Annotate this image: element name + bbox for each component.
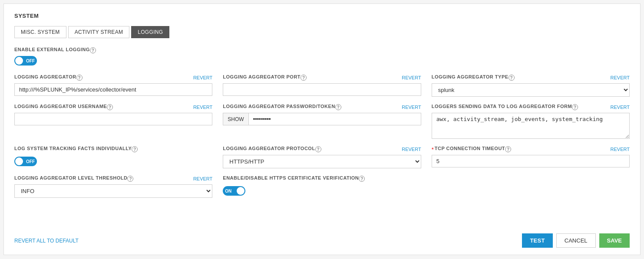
- https-cert-label: ENABLE/DISABLE HTTPS CERTIFICATE VERIFIC…: [223, 175, 359, 180]
- logging-type-header: LOGGING AGGREGATOR TYPE ? REVERT: [432, 74, 630, 81]
- logging-port-label: LOGGING AGGREGATOR PORT: [223, 74, 301, 79]
- tcp-timeout-revert[interactable]: REVERT: [611, 147, 630, 152]
- log-tracking-toggle-knob: [15, 157, 23, 165]
- logging-aggregator-header: LOGGING AGGREGATOR ? REVERT: [14, 74, 212, 81]
- enable-logging-toggle[interactable]: OFF: [14, 56, 37, 66]
- toggle-knob: [15, 57, 23, 65]
- tabs-bar: MISC. SYSTEM ACTIVITY STREAM LOGGING: [14, 26, 630, 38]
- logging-protocol-revert[interactable]: REVERT: [402, 147, 421, 152]
- logging-username-help-icon[interactable]: ?: [107, 104, 113, 110]
- empty-col: [432, 175, 630, 198]
- logging-port-revert[interactable]: REVERT: [402, 75, 421, 80]
- log-tracking-toggle-wrapper: OFF: [14, 157, 212, 166]
- tab-misc[interactable]: MISC. SYSTEM: [14, 26, 66, 38]
- logging-aggregator-revert[interactable]: REVERT: [193, 75, 212, 80]
- tcp-timeout-header: * TCP CONNECTION TIMEOUT ? REVERT: [432, 146, 630, 153]
- logging-username-header: LOGGING AGGREGATOR USERNAME ? REVERT: [14, 104, 212, 111]
- logging-username-input[interactable]: [14, 113, 212, 125]
- logging-type-label: LOGGING AGGREGATOR TYPE: [432, 74, 509, 79]
- tab-activity[interactable]: ACTIVITY STREAM: [68, 26, 130, 38]
- https-cert-help-icon[interactable]: ?: [359, 176, 365, 182]
- enable-logging-help-icon[interactable]: ?: [90, 47, 96, 53]
- logging-type-select-wrapper: splunk logstash loggly sumologic other: [432, 83, 630, 97]
- enable-logging-header: ENABLE EXTERNAL LOGGING ?: [14, 47, 630, 54]
- form-row-1: LOGGING AGGREGATOR ? REVERT LOGGING AGGR…: [14, 74, 630, 97]
- logging-port-header: LOGGING AGGREGATOR PORT ? REVERT: [223, 74, 421, 81]
- tcp-timeout-help-icon[interactable]: ?: [505, 146, 511, 152]
- logging-level-label: LOGGING AGGREGATOR LEVEL THRESHOLD: [14, 175, 127, 180]
- form-row-2: LOGGING AGGREGATOR USERNAME ? REVERT LOG…: [14, 104, 630, 139]
- test-button[interactable]: TEST: [522, 233, 552, 248]
- logging-aggregator-help-icon[interactable]: ?: [76, 75, 83, 81]
- tcp-timeout-input[interactable]: [432, 155, 630, 167]
- loggers-sending-help-icon[interactable]: ?: [572, 104, 578, 110]
- loggers-sending-label: LOGGERS SENDING DATA TO LOG AGGREGATOR F…: [432, 104, 572, 109]
- https-cert-field: ENABLE/DISABLE HTTPS CERTIFICATE VERIFIC…: [223, 175, 421, 198]
- logging-protocol-label: LOGGING AGGREGATOR PROTOCOL: [223, 146, 315, 151]
- footer-buttons: TEST CANCEL SAVE: [522, 233, 630, 248]
- logging-aggregator-label: LOGGING AGGREGATOR: [14, 74, 76, 79]
- https-cert-header: ENABLE/DISABLE HTTPS CERTIFICATE VERIFIC…: [223, 175, 421, 182]
- logging-username-label: LOGGING AGGREGATOR USERNAME: [14, 104, 107, 109]
- logging-type-help-icon[interactable]: ?: [509, 75, 515, 81]
- enable-logging-toggle-wrapper: OFF: [14, 56, 630, 66]
- logging-password-label: LOGGING AGGREGATOR PASSWORD/TOKEN: [223, 104, 335, 109]
- enable-logging-label: ENABLE EXTERNAL LOGGING: [14, 47, 90, 52]
- logging-password-help-icon[interactable]: ?: [335, 104, 341, 110]
- https-cert-toggle-label: ON: [225, 189, 231, 193]
- tcp-timeout-label: TCP CONNECTION TIMEOUT: [435, 146, 505, 151]
- tab-logging[interactable]: LOGGING: [131, 26, 169, 38]
- logging-username-revert[interactable]: REVERT: [193, 105, 212, 110]
- form-row-4: LOGGING AGGREGATOR LEVEL THRESHOLD ? REV…: [14, 175, 630, 198]
- logging-password-header: LOGGING AGGREGATOR PASSWORD/TOKEN ? REVE…: [223, 104, 421, 111]
- logging-protocol-header: LOGGING AGGREGATOR PROTOCOL ? REVERT: [223, 146, 421, 153]
- logging-level-field: LOGGING AGGREGATOR LEVEL THRESHOLD ? REV…: [14, 175, 212, 198]
- https-cert-toggle-wrapper: ON: [223, 186, 421, 196]
- logging-port-help-icon[interactable]: ?: [301, 75, 307, 81]
- logging-port-field: LOGGING AGGREGATOR PORT ? REVERT: [223, 74, 421, 97]
- log-tracking-toggle-label: OFF: [26, 159, 35, 164]
- logging-password-revert[interactable]: REVERT: [402, 105, 421, 110]
- log-tracking-field: LOG SYSTEM TRACKING FACTS INDIVIDUALLY ?…: [14, 146, 212, 168]
- password-field-wrapper: SHOW: [223, 113, 421, 125]
- logging-type-select[interactable]: splunk logstash loggly sumologic other: [432, 83, 630, 97]
- logging-level-help-icon[interactable]: ?: [127, 176, 133, 182]
- toggle-off-label: OFF: [26, 59, 35, 63]
- logging-protocol-help-icon[interactable]: ?: [315, 146, 321, 152]
- required-star: *: [432, 146, 434, 153]
- https-cert-toggle-knob: [237, 187, 244, 195]
- logging-protocol-field: LOGGING AGGREGATOR PROTOCOL ? REVERT HTT…: [223, 146, 421, 168]
- logging-level-header: LOGGING AGGREGATOR LEVEL THRESHOLD ? REV…: [14, 175, 212, 182]
- log-tracking-help-icon[interactable]: ?: [132, 146, 138, 152]
- logging-password-field: LOGGING AGGREGATOR PASSWORD/TOKEN ? REVE…: [223, 104, 421, 139]
- logging-username-field: LOGGING AGGREGATOR USERNAME ? REVERT: [14, 104, 212, 139]
- page-footer: REVERT ALL TO DEFAULT TEST CANCEL SAVE: [14, 233, 630, 248]
- logging-aggregator-input[interactable]: [14, 83, 212, 96]
- cancel-button[interactable]: CANCEL: [556, 233, 596, 248]
- logging-type-field: LOGGING AGGREGATOR TYPE ? REVERT splunk …: [432, 74, 630, 97]
- log-tracking-header: LOG SYSTEM TRACKING FACTS INDIVIDUALLY ?: [14, 146, 212, 153]
- logging-level-select[interactable]: DEBUG INFO WARNING ERROR CRITICAL: [14, 184, 212, 198]
- logging-password-input[interactable]: [249, 113, 421, 125]
- tcp-timeout-field: * TCP CONNECTION TIMEOUT ? REVERT: [432, 146, 630, 168]
- log-tracking-toggle[interactable]: OFF: [14, 157, 37, 166]
- page-container: SYSTEM MISC. SYSTEM ACTIVITY STREAM LOGG…: [3, 3, 641, 255]
- logging-type-revert[interactable]: REVERT: [611, 75, 630, 80]
- loggers-sending-header: LOGGERS SENDING DATA TO LOG AGGREGATOR F…: [432, 104, 630, 111]
- form-row-3: LOG SYSTEM TRACKING FACTS INDIVIDUALLY ?…: [14, 146, 630, 168]
- logging-level-revert[interactable]: REVERT: [193, 176, 212, 181]
- https-cert-toggle[interactable]: ON: [223, 186, 245, 196]
- loggers-sending-textarea[interactable]: awx, activity_stream, job_events, system…: [432, 113, 630, 139]
- save-button[interactable]: SAVE: [599, 233, 630, 248]
- loggers-sending-revert[interactable]: REVERT: [611, 105, 630, 110]
- logging-protocol-select[interactable]: HTTPS/HTTP TCP UDP: [223, 155, 421, 168]
- enable-external-logging-section: ENABLE EXTERNAL LOGGING ? OFF: [14, 47, 630, 66]
- log-tracking-label: LOG SYSTEM TRACKING FACTS INDIVIDUALLY: [14, 146, 132, 151]
- logging-aggregator-field: LOGGING AGGREGATOR ? REVERT: [14, 74, 212, 97]
- page-title: SYSTEM: [14, 13, 630, 19]
- revert-all-link[interactable]: REVERT ALL TO DEFAULT: [14, 238, 79, 244]
- loggers-sending-field: LOGGERS SENDING DATA TO LOG AGGREGATOR F…: [432, 104, 630, 139]
- show-password-button[interactable]: SHOW: [223, 113, 248, 125]
- logging-port-input[interactable]: [223, 83, 421, 96]
